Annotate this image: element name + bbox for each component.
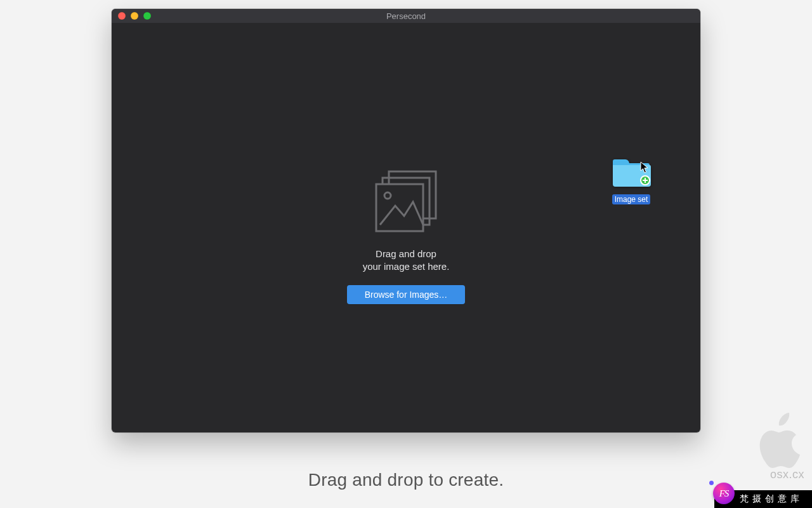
site-watermark: osx.cx — [770, 468, 804, 481]
badge-logo-icon: FS — [713, 483, 735, 504]
page-caption: Drag and drop to create. — [0, 470, 812, 490]
image-stack-icon — [371, 166, 441, 236]
close-button[interactable] — [118, 12, 126, 20]
add-badge-icon — [640, 175, 650, 185]
dragged-folder[interactable]: Image set — [610, 159, 653, 204]
apple-watermark-icon — [752, 413, 802, 471]
dragged-folder-label: Image set — [612, 194, 651, 204]
fullscreen-button[interactable] — [143, 12, 151, 20]
titlebar[interactable]: Persecond — [112, 9, 700, 23]
window-controls — [118, 12, 151, 20]
dropzone-text-line2: your image set here. — [311, 260, 501, 273]
browse-images-button[interactable]: Browse for Images… — [347, 285, 465, 304]
app-window: Persecond Drag and drop your image set h… — [112, 9, 700, 432]
minimize-button[interactable] — [131, 12, 138, 20]
badge-text: 梵摄创意库 — [740, 493, 803, 505]
dropzone-text-line1: Drag and drop — [311, 248, 501, 260]
window-title: Persecond — [112, 11, 700, 21]
badge-dot-icon — [709, 481, 714, 485]
drop-zone[interactable]: Drag and drop your image set here. Brows… — [311, 166, 501, 304]
source-badge: FS 梵摄创意库 — [714, 490, 812, 508]
badge-initials: FS — [719, 488, 729, 499]
